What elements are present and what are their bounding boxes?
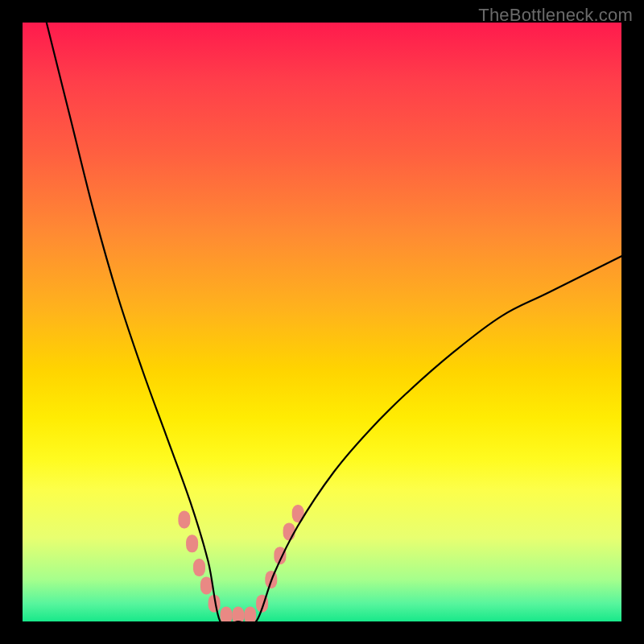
highlight-marker	[193, 559, 205, 576]
highlight-marker	[232, 607, 244, 621]
highlight-marker	[221, 607, 233, 621]
highlight-marker	[244, 607, 256, 621]
highlight-marker	[178, 511, 190, 529]
highlight-marker	[200, 576, 213, 594]
highlight-marker	[283, 522, 295, 540]
highlight-marker	[186, 535, 198, 552]
chart-frame: TheBottleneck.com	[0, 0, 644, 644]
watermark-text: TheBottleneck.com	[478, 5, 633, 26]
plot-area	[23, 23, 621, 621]
bottleneck-curve	[47, 23, 621, 621]
curve-layer	[23, 23, 621, 621]
